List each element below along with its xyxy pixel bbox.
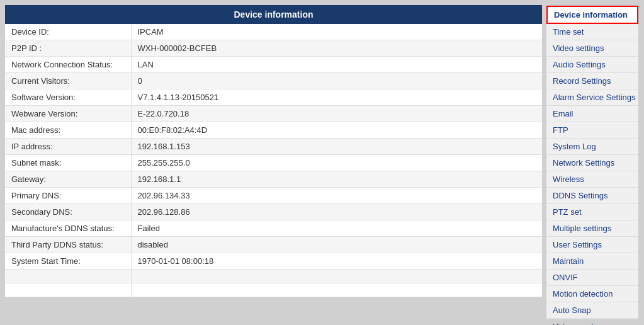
- table-row: P2P ID :WXH-000002-BCFEB: [5, 40, 542, 57]
- row-value: 192.168.1.153: [131, 139, 542, 155]
- table-row: Secondary DNS:202.96.128.86: [5, 204, 542, 220]
- sidebar: Device informationTime setVideo settings…: [546, 5, 639, 320]
- main-container: Device information Device ID:IPCAMP2P ID…: [0, 0, 644, 325]
- row-value: IPCAM: [131, 24, 542, 40]
- row-label: Manufacture's DDNS status:: [5, 220, 131, 237]
- sidebar-item-network-settings[interactable]: Network Settings: [546, 155, 638, 171]
- table-row: Subnet mask:255.255.255.0: [5, 155, 542, 171]
- table-row: IP address:192.168.1.153: [5, 139, 542, 155]
- row-label: IP address:: [5, 139, 131, 155]
- table-row: Device ID:IPCAM: [5, 24, 542, 40]
- row-label: Primary DNS:: [5, 188, 131, 204]
- row-label: Secondary DNS:: [5, 204, 131, 220]
- content-area: Device information Device ID:IPCAMP2P ID…: [5, 5, 542, 320]
- table-row: System Start Time:1970-01-01 08:00:18: [5, 253, 542, 270]
- row-value: E-22.0.720.18: [131, 106, 542, 122]
- table-row: Third Party DDNS status:disabled: [5, 237, 542, 253]
- row-value: disabled: [131, 237, 542, 253]
- row-label: Webware Version:: [5, 106, 131, 122]
- row-value: 0: [131, 73, 542, 89]
- row-label: Mac address:: [5, 122, 131, 139]
- sidebar-item-ddns-settings[interactable]: DDNS Settings: [546, 188, 638, 204]
- row-value: V7.1.4.1.13-20150521: [131, 89, 542, 106]
- row-label: Device ID:: [5, 24, 131, 40]
- row-value: 00:E0:F8:02:A4:4D: [131, 122, 542, 139]
- table-row: Manufacture's DDNS status:Failed: [5, 220, 542, 237]
- table-row: Mac address:00:E0:F8:02:A4:4D: [5, 122, 542, 139]
- row-value: 202.96.128.86: [131, 204, 542, 220]
- sidebar-item-motion-detection[interactable]: Motion detection: [546, 286, 638, 302]
- row-label: Software Version:: [5, 89, 131, 106]
- sidebar-item-device-information[interactable]: Device information: [546, 6, 638, 24]
- table-row: Primary DNS:202.96.134.33: [5, 188, 542, 204]
- row-value: 202.96.134.33: [131, 188, 542, 204]
- table-row-empty: [5, 283, 542, 297]
- sidebar-item-user-settings[interactable]: User Settings: [546, 237, 638, 253]
- row-label: Gateway:: [5, 171, 131, 188]
- table-row: Webware Version:E-22.0.720.18: [5, 106, 542, 122]
- table-row: Software Version:V7.1.4.1.13-20150521: [5, 89, 542, 106]
- sidebar-item-time-set[interactable]: Time set: [546, 24, 638, 40]
- row-label: System Start Time:: [5, 253, 131, 270]
- sidebar-item-record-settings[interactable]: Record Settings: [546, 73, 638, 89]
- info-table: Device ID:IPCAMP2P ID :WXH-000002-BCFEBN…: [5, 24, 542, 297]
- sidebar-item-video-settings[interactable]: Video settings: [546, 40, 638, 57]
- page-title: Device information: [5, 5, 542, 24]
- sidebar-item-wireless[interactable]: Wireless: [546, 171, 638, 188]
- sidebar-item-multiple-settings[interactable]: Multiple settings: [546, 220, 638, 237]
- table-row: Current Visitors:0: [5, 73, 542, 89]
- row-label: Current Visitors:: [5, 73, 131, 89]
- sidebar-item-email[interactable]: Email: [546, 106, 638, 122]
- row-label: Subnet mask:: [5, 155, 131, 171]
- sidebar-item-alarm-service-settings[interactable]: Alarm Service Settings: [546, 89, 638, 106]
- row-value: WXH-000002-BCFEB: [131, 40, 542, 57]
- sidebar-item-video-mask[interactable]: Video mask: [546, 319, 638, 325]
- table-row: Network Connection Status:LAN: [5, 57, 542, 73]
- row-value: 1970-01-01 08:00:18: [131, 253, 542, 270]
- sidebar-item-auto-snap[interactable]: Auto Snap: [546, 302, 638, 319]
- sidebar-item-ftp[interactable]: FTP: [546, 122, 638, 139]
- row-label: P2P ID :: [5, 40, 131, 57]
- sidebar-item-onvif[interactable]: ONVIF: [546, 270, 638, 286]
- row-value: Failed: [131, 220, 542, 237]
- sidebar-item-system-log[interactable]: System Log: [546, 139, 638, 155]
- row-value: 192.168.1.1: [131, 171, 542, 188]
- row-value: LAN: [131, 57, 542, 73]
- row-value: 255.255.255.0: [131, 155, 542, 171]
- table-row-empty: [5, 270, 542, 283]
- row-label: Third Party DDNS status:: [5, 237, 131, 253]
- sidebar-item-ptz-set[interactable]: PTZ set: [546, 204, 638, 220]
- row-label: Network Connection Status:: [5, 57, 131, 73]
- sidebar-item-maintain[interactable]: Maintain: [546, 253, 638, 270]
- table-row: Gateway:192.168.1.1: [5, 171, 542, 188]
- sidebar-item-audio-settings[interactable]: Audio Settings: [546, 57, 638, 73]
